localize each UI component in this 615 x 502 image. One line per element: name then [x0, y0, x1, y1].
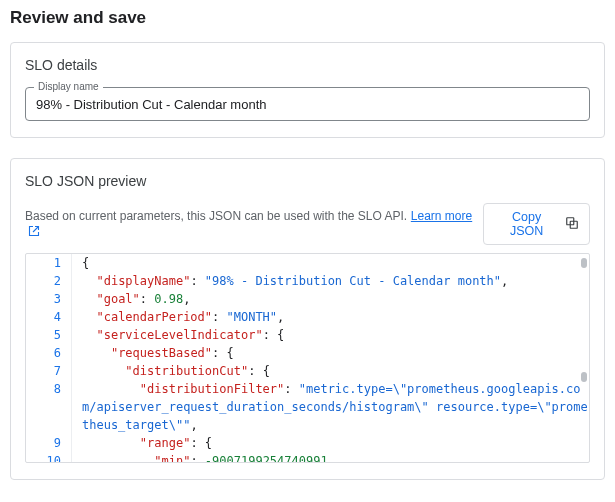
code-content: "min": -9007199254740991, — [72, 452, 589, 463]
line-number: 6 — [26, 344, 72, 362]
display-name-input[interactable] — [36, 97, 579, 112]
code-content: "distributionCut": { — [72, 362, 589, 380]
line-number: 9 — [26, 434, 72, 452]
code-line: 2 "displayName": "98% - Distribution Cut… — [26, 272, 589, 290]
code-line: 10 "min": -9007199254740991, — [26, 452, 589, 463]
json-preview-heading: SLO JSON preview — [25, 173, 590, 189]
copy-icon — [565, 216, 579, 233]
slo-details-card: SLO details Display name — [10, 42, 605, 138]
code-line: 5 "serviceLevelIndicator": { — [26, 326, 589, 344]
copy-json-label: Copy JSON — [494, 210, 559, 238]
page-title: Review and save — [10, 8, 605, 28]
line-number: 8 — [26, 380, 72, 434]
slo-details-heading: SLO details — [25, 57, 590, 73]
code-content: "goal": 0.98, — [72, 290, 589, 308]
line-number: 2 — [26, 272, 72, 290]
code-line: 7 "distributionCut": { — [26, 362, 589, 380]
code-content: "distributionFilter": "metric.type=\"pro… — [72, 380, 589, 434]
code-line: 8 "distributionFilter": "metric.type=\"p… — [26, 380, 589, 434]
copy-json-button[interactable]: Copy JSON — [483, 203, 590, 245]
display-name-label: Display name — [34, 81, 103, 92]
display-name-field[interactable]: Display name — [25, 87, 590, 121]
code-line: 1{ — [26, 254, 589, 272]
code-content: "displayName": "98% - Distribution Cut -… — [72, 272, 589, 290]
code-line: 9 "range": { — [26, 434, 589, 452]
code-line: 3 "goal": 0.98, — [26, 290, 589, 308]
line-number: 4 — [26, 308, 72, 326]
json-preview-card: SLO JSON preview Based on current parame… — [10, 158, 605, 480]
line-number: 10 — [26, 452, 72, 463]
line-number: 7 — [26, 362, 72, 380]
code-content: "requestBased": { — [72, 344, 589, 362]
code-content: "range": { — [72, 434, 589, 452]
line-number: 3 — [26, 290, 72, 308]
json-code-box: 1{2 "displayName": "98% - Distribution C… — [25, 253, 590, 463]
line-number: 1 — [26, 254, 72, 272]
code-line: 6 "requestBased": { — [26, 344, 589, 362]
learn-more-label: Learn more — [411, 209, 472, 223]
code-content: "serviceLevelIndicator": { — [72, 326, 589, 344]
external-link-icon — [28, 225, 40, 240]
line-number: 5 — [26, 326, 72, 344]
code-line: 4 "calendarPeriod": "MONTH", — [26, 308, 589, 326]
code-content: { — [72, 254, 589, 272]
json-preview-help: Based on current parameters, this JSON c… — [25, 209, 407, 223]
code-content: "calendarPeriod": "MONTH", — [72, 308, 589, 326]
